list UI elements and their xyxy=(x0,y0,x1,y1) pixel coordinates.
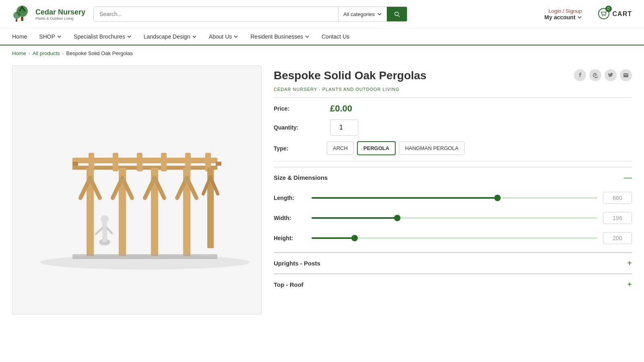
svg-line-39 xyxy=(96,228,102,234)
nav-shop[interactable]: SHOP xyxy=(39,29,62,45)
brand-name: CEDAR NURSERY - PLANTS AND OUTDOOR LIVIN… xyxy=(274,87,632,92)
length-label: Length: xyxy=(274,195,306,201)
pinterest-icon xyxy=(592,72,598,78)
cart-badge: 0 xyxy=(605,6,612,12)
search-icon xyxy=(393,10,400,18)
email-share-button[interactable] xyxy=(620,69,632,81)
svg-rect-5 xyxy=(16,19,17,22)
uprights-posts-label: Uprights - Posts xyxy=(274,260,320,267)
twitter-icon xyxy=(608,72,613,78)
type-row: Type: ARCH PERGOLA HANGMAN PERGOLA xyxy=(274,141,632,155)
twitter-share-button[interactable] xyxy=(605,69,617,81)
search-bar: All categories xyxy=(93,6,407,22)
logo-icon xyxy=(12,4,32,24)
svg-rect-35 xyxy=(72,254,217,259)
top-roof-label: Top - Roof xyxy=(274,281,303,288)
nav-landscape-design[interactable]: Landscape Design xyxy=(144,29,197,45)
svg-rect-18 xyxy=(72,162,78,166)
search-button[interactable] xyxy=(387,7,407,21)
width-value-input[interactable] xyxy=(603,212,632,224)
account-area: Login / Signup My account xyxy=(545,8,582,21)
title-row: Bespoke Solid Oak Pergolas xyxy=(274,69,632,85)
height-row: Height: xyxy=(274,228,632,248)
site-header: Cedar Nursery Plants & Outdoor Living Al… xyxy=(0,0,644,29)
uprights-posts-section: Uprights - Posts + xyxy=(274,252,632,274)
uprights-posts-toggle[interactable]: Uprights - Posts + xyxy=(274,253,632,274)
svg-point-7 xyxy=(602,15,603,16)
cart-button[interactable]: 0 CART xyxy=(598,8,632,21)
size-dimensions-toggle[interactable]: Size & Dimensions — xyxy=(274,167,632,188)
type-hangman-button[interactable]: HANGMAN PERGOLA xyxy=(399,142,464,155)
size-dimensions-content: Length: Width: xyxy=(274,188,632,252)
type-pergola-button[interactable]: PERGOLA xyxy=(357,141,396,155)
nav-resident-chevron xyxy=(305,34,310,39)
nav-contact-us[interactable]: Contact Us xyxy=(322,29,349,45)
nav-home[interactable]: Home xyxy=(12,29,27,45)
divider2 xyxy=(274,161,632,161)
size-dimensions-collapse-icon: — xyxy=(624,173,632,182)
main-content: Bespoke Solid Oak Pergolas CEDAR NURSERY… xyxy=(0,61,644,319)
size-dimensions-label: Size & Dimensions xyxy=(274,174,328,181)
breadcrumb-home[interactable]: Home xyxy=(12,50,26,56)
breadcrumb: Home › All products › Bespoke Solid Oak … xyxy=(0,45,644,61)
svg-rect-37 xyxy=(102,222,107,242)
share-icons xyxy=(574,69,632,81)
price-label: Price: xyxy=(274,105,322,112)
product-image xyxy=(12,65,262,315)
account-chevron-icon xyxy=(577,15,582,20)
type-label: Type: xyxy=(274,145,322,152)
svg-rect-14 xyxy=(137,153,142,171)
facebook-share-button[interactable] xyxy=(574,69,586,81)
svg-line-40 xyxy=(107,228,112,233)
email-icon xyxy=(623,72,629,78)
price-value: £0.00 xyxy=(330,103,352,114)
svg-point-8 xyxy=(605,15,605,16)
type-options: ARCH PERGOLA HANGMAN PERGOLA xyxy=(327,141,464,155)
my-account-button[interactable]: My account xyxy=(545,14,582,21)
nav-about-us[interactable]: About Us xyxy=(209,29,239,45)
logo-text: Cedar Nursery xyxy=(35,8,85,16)
quantity-row: Quantity: xyxy=(274,119,632,136)
chevron-down-icon xyxy=(377,12,382,16)
logo-sub: Plants & Outdoor Living xyxy=(35,16,85,21)
toproof-expand-icon: + xyxy=(627,280,632,289)
uprights-expand-icon: + xyxy=(627,259,632,268)
height-value-input[interactable] xyxy=(603,232,632,244)
width-label: Width: xyxy=(274,215,306,221)
main-nav: Home SHOP Specialist Brochures Landscape… xyxy=(0,29,644,45)
pergola-illustration xyxy=(24,105,250,274)
top-roof-section: Top - Roof + xyxy=(274,274,632,295)
quantity-label: Quantity: xyxy=(274,124,322,131)
cart-label: CART xyxy=(613,10,632,18)
nav-about-chevron xyxy=(233,34,238,39)
breadcrumb-chevron2: › xyxy=(62,51,64,56)
nav-resident-businesses[interactable]: Resident Businesses xyxy=(250,29,310,45)
nav-shop-chevron xyxy=(57,34,62,39)
svg-rect-13 xyxy=(113,153,118,171)
breadcrumb-all-products[interactable]: All products xyxy=(33,50,60,56)
nav-specialist-brochures[interactable]: Specialist Brochures xyxy=(74,29,132,45)
top-roof-toggle[interactable]: Top - Roof + xyxy=(274,274,632,295)
size-dimensions-section: Size & Dimensions — Length: xyxy=(274,167,632,252)
logo[interactable]: Cedar Nursery Plants & Outdoor Living xyxy=(12,4,85,24)
svg-rect-19 xyxy=(216,162,221,166)
facebook-icon xyxy=(577,72,583,78)
svg-point-4 xyxy=(13,12,21,19)
breadcrumb-current: Bespoke Solid Oak Pergolas xyxy=(66,50,133,56)
pinterest-share-button[interactable] xyxy=(589,69,601,81)
category-dropdown[interactable]: All categories xyxy=(338,7,387,21)
login-link[interactable]: Login / Signup xyxy=(548,8,582,14)
length-value-input[interactable] xyxy=(603,192,632,204)
length-row: Length: xyxy=(274,188,632,208)
svg-rect-3 xyxy=(21,17,23,21)
divider1 xyxy=(274,97,632,98)
svg-point-38 xyxy=(101,215,109,223)
price-row: Price: £0.00 xyxy=(274,103,632,114)
type-arch-button[interactable]: ARCH xyxy=(327,142,354,155)
quantity-input[interactable] xyxy=(330,119,358,136)
nav-landscape-chevron xyxy=(192,34,197,39)
search-input[interactable] xyxy=(94,7,338,21)
height-label: Height: xyxy=(274,235,306,241)
product-title: Bespoke Solid Oak Pergolas xyxy=(274,69,427,82)
svg-rect-15 xyxy=(161,153,167,171)
